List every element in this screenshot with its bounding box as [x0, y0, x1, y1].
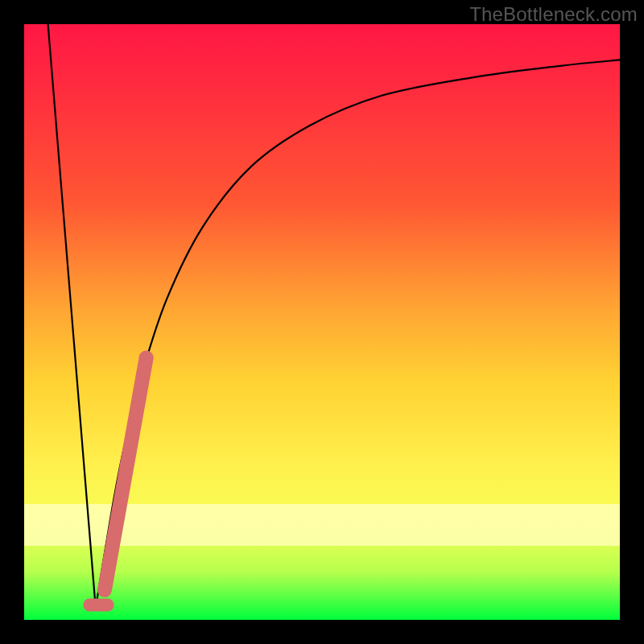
watermark-text: TheBottleneck.com: [469, 3, 638, 26]
outer-frame: TheBottleneck.com: [0, 0, 644, 644]
curve-right-branch: [96, 60, 620, 608]
curve-left-branch: [48, 24, 96, 608]
curve-layer: [24, 24, 620, 620]
highlight-segment: [105, 357, 147, 590]
